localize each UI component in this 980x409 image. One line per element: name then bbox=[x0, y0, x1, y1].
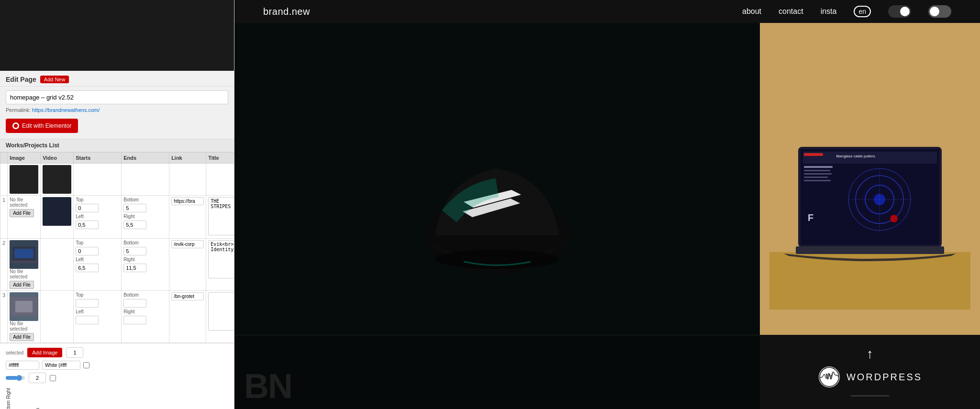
right-input-1[interactable] bbox=[123, 221, 146, 229]
left-label-3: Left bbox=[76, 309, 119, 314]
add-new-button[interactable]: Add New bbox=[40, 76, 69, 83]
add-file-button-1[interactable]: Add File bbox=[10, 209, 34, 217]
ends-cell-3: Bottom Right bbox=[122, 291, 169, 343]
col-starts: Starts bbox=[74, 153, 122, 164]
image-cell-2: No fileselected Add File bbox=[8, 239, 41, 291]
svg-rect-26 bbox=[804, 177, 828, 178]
starts-group-2: Top Left bbox=[76, 240, 119, 272]
mode-toggle[interactable] bbox=[928, 5, 951, 18]
ends-cell-2: Bottom Right bbox=[122, 239, 169, 291]
svg-rect-25 bbox=[804, 173, 832, 175]
left-input-2[interactable] bbox=[76, 264, 99, 272]
color-label-input[interactable] bbox=[42, 361, 80, 370]
video-thumb-0 bbox=[43, 165, 71, 194]
num-input-1[interactable] bbox=[66, 347, 83, 358]
row-num-1: 1 bbox=[0, 196, 8, 239]
checkbox-item-2 bbox=[50, 375, 56, 381]
link-input-3[interactable] bbox=[171, 292, 204, 300]
right-input-2[interactable] bbox=[123, 264, 146, 272]
title-cell-2: Evik<br> Identity bbox=[206, 239, 234, 291]
lang-badge[interactable]: en bbox=[854, 6, 871, 17]
toggle-thumb-1 bbox=[900, 7, 910, 16]
video-thumb-1 bbox=[43, 197, 71, 226]
form-row-2 bbox=[6, 361, 228, 370]
svg-rect-27 bbox=[804, 180, 831, 181]
col-title: Title bbox=[206, 153, 234, 164]
dark-mode-toggle[interactable] bbox=[888, 5, 911, 18]
checkbox-2[interactable] bbox=[50, 375, 56, 381]
bottom-input-3[interactable] bbox=[123, 299, 146, 308]
right-input-3[interactable] bbox=[123, 316, 146, 324]
col-image: Image bbox=[8, 153, 41, 164]
svg-rect-3 bbox=[11, 261, 37, 263]
svg-rect-5 bbox=[15, 301, 33, 312]
permalink-label: Permalink: bbox=[6, 107, 31, 113]
starts-cell-0 bbox=[74, 164, 122, 196]
left-label-1: Left bbox=[76, 214, 119, 219]
main-content: fiberglass cable pullers bbox=[234, 23, 980, 409]
no-file-text-2: No fileselected bbox=[10, 269, 38, 279]
image-thumb-3 bbox=[10, 292, 38, 321]
elementor-icon bbox=[12, 122, 19, 129]
col-link: Link bbox=[169, 153, 206, 164]
ends-group-3: Bottom Right bbox=[123, 292, 167, 324]
nav-links: about contact insta en bbox=[742, 5, 951, 18]
table-row bbox=[0, 164, 234, 196]
left-panel: Edit Page Add New Permalink: https://bra… bbox=[0, 0, 234, 409]
color-hex-input[interactable] bbox=[6, 361, 39, 370]
add-file-button-3[interactable]: Add File bbox=[10, 333, 34, 341]
form-row-1: selected Add Image bbox=[6, 347, 228, 358]
nav-insta[interactable]: insta bbox=[821, 7, 837, 16]
link-input-2[interactable] bbox=[171, 240, 204, 248]
ends-group-2: Bottom Right bbox=[123, 240, 167, 272]
table-row: 1 No fileselected Add File Top Left bbox=[0, 196, 234, 239]
bottom-label-2: Bottom bbox=[123, 240, 167, 245]
bottom-input-1[interactable] bbox=[123, 204, 146, 212]
title-textarea-2[interactable]: Evik<br> Identity bbox=[208, 240, 234, 278]
title-textarea-3[interactable] bbox=[208, 292, 234, 331]
right-label-1: Right bbox=[123, 214, 167, 219]
title-cell-1: THE STRIPES bbox=[206, 196, 234, 239]
bottom-input-2[interactable] bbox=[123, 247, 146, 255]
top-input-3[interactable] bbox=[76, 299, 99, 308]
top-input-1[interactable] bbox=[76, 204, 99, 212]
website-preview: brand.new about contact insta en bbox=[234, 0, 980, 409]
svg-rect-15 bbox=[804, 153, 823, 156]
svg-text:fiberglass cable pullers: fiberglass cable pullers bbox=[836, 154, 875, 158]
wordpress-logo-group: W WORDPRESS bbox=[818, 365, 922, 388]
starts-cell-2: Top Left bbox=[74, 239, 122, 291]
title-textarea-1[interactable]: THE STRIPES bbox=[208, 197, 234, 235]
ends-cell-0 bbox=[122, 164, 169, 196]
nav-contact[interactable]: contact bbox=[779, 7, 803, 16]
left-input-3[interactable] bbox=[76, 316, 99, 324]
permalink-link[interactable]: https://brandnewathens.com/ bbox=[32, 107, 100, 113]
add-file-button-2[interactable]: Add File bbox=[10, 281, 34, 289]
title-cell-3 bbox=[206, 291, 234, 343]
edit-elementor-button[interactable]: Edit with Elementor bbox=[6, 119, 78, 133]
ends-group-1: Bottom Right bbox=[123, 197, 167, 229]
top-label-3: Top bbox=[76, 292, 119, 298]
svg-rect-23 bbox=[804, 166, 833, 168]
page-name-input[interactable] bbox=[6, 90, 228, 104]
table-row: 2 No fileselected Add File bbox=[0, 239, 234, 291]
bottom-label-1: Bottom bbox=[123, 197, 167, 202]
video-cell-0 bbox=[41, 164, 74, 196]
image-cell-1: No fileselected Add File bbox=[8, 196, 41, 239]
svg-rect-24 bbox=[804, 170, 830, 171]
left-input-1[interactable] bbox=[76, 221, 99, 229]
svg-point-29 bbox=[890, 215, 898, 222]
form-row-3 bbox=[6, 373, 228, 383]
top-bar bbox=[0, 0, 234, 71]
checkbox-1[interactable] bbox=[83, 362, 89, 368]
bottom-left-overlay: BN bbox=[234, 335, 760, 409]
add-image-button[interactable]: Add Image bbox=[27, 348, 62, 357]
table-row: 3 No fileselected Add File bbox=[0, 291, 234, 343]
toggle-thumb-2 bbox=[930, 7, 939, 16]
nav-about[interactable]: about bbox=[742, 7, 761, 16]
top-input-2[interactable] bbox=[76, 247, 99, 255]
num-input-2[interactable] bbox=[29, 373, 46, 383]
starts-group-1: Top Left bbox=[76, 197, 119, 229]
link-cell-0 bbox=[169, 164, 206, 196]
row3-form-overlay: selected Add Image bbox=[0, 343, 234, 409]
link-input-1[interactable] bbox=[171, 197, 204, 205]
